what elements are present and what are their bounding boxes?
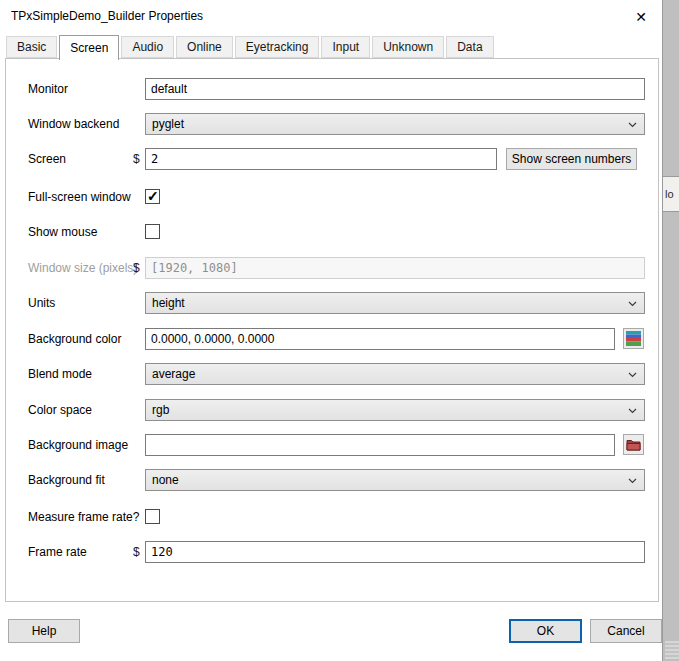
units-select[interactable]: height — [145, 292, 645, 314]
window-backend-select[interactable]: pyglet — [145, 113, 645, 135]
color-space-value: rgb — [152, 403, 169, 417]
blend-mode-value: average — [152, 367, 195, 381]
blend-mode-select[interactable]: average — [145, 363, 645, 385]
frame-rate-input[interactable] — [145, 541, 645, 563]
color-picker-button[interactable] — [623, 328, 644, 349]
color-space-label: Color space — [28, 403, 92, 417]
color-space-select[interactable]: rgb — [145, 399, 645, 421]
tab-screen[interactable]: Screen — [59, 35, 119, 60]
cancel-button[interactable]: Cancel — [590, 619, 662, 643]
tab-basic[interactable]: Basic — [6, 36, 57, 58]
chevron-down-icon — [628, 122, 637, 128]
window-size-input — [145, 257, 645, 279]
background-image-label: Background image — [28, 438, 128, 452]
frame-rate-label: Frame rate — [28, 545, 87, 559]
background-fit-label: Background fit — [28, 473, 105, 487]
chevron-down-icon — [628, 372, 637, 378]
chevron-down-icon — [628, 301, 637, 307]
screen-tab-panel: Monitor Window backend pyglet Screen $ S… — [5, 58, 659, 602]
ok-button[interactable]: OK — [509, 619, 582, 643]
color-picker-icon — [626, 331, 641, 346]
window-size-label: Window size (pixels) — [28, 261, 137, 275]
measure-frame-rate-label: Measure frame rate? — [28, 510, 139, 524]
background-window-fragment: lo — [663, 176, 679, 212]
measure-frame-rate-checkbox[interactable] — [145, 509, 160, 524]
browse-file-button[interactable] — [623, 434, 644, 455]
window-size-dollar-prefix: $ — [133, 261, 140, 275]
monitor-input[interactable] — [145, 78, 645, 100]
tab-input[interactable]: Input — [321, 36, 370, 58]
properties-dialog: TPxSimpleDemo_Builder Properties ✕ Basic… — [0, 0, 663, 661]
desktop-background — [663, 0, 679, 661]
fullscreen-checkbox[interactable] — [145, 189, 160, 204]
fullscreen-label: Full-screen window — [28, 190, 131, 204]
show-mouse-checkbox[interactable] — [145, 224, 160, 239]
close-icon[interactable]: ✕ — [629, 6, 653, 28]
window-backend-value: pyglet — [152, 117, 184, 131]
units-label: Units — [28, 296, 55, 310]
chevron-down-icon — [628, 408, 637, 414]
monitor-label: Monitor — [28, 82, 68, 96]
background-fit-select[interactable]: none — [145, 469, 645, 491]
screen-label: Screen — [28, 152, 66, 166]
background-image-input[interactable] — [145, 434, 615, 456]
chevron-down-icon — [628, 478, 637, 484]
show-screen-numbers-button[interactable]: Show screen numbers — [506, 148, 637, 170]
tab-audio[interactable]: Audio — [121, 36, 174, 58]
window-title: TPxSimpleDemo_Builder Properties — [11, 9, 203, 23]
show-mouse-label: Show mouse — [28, 225, 97, 239]
screen-dollar-prefix: $ — [133, 152, 140, 166]
tab-online[interactable]: Online — [176, 36, 233, 58]
screen-input[interactable] — [145, 148, 497, 170]
units-value: height — [152, 296, 185, 310]
background-window-fragment-2 — [665, 641, 679, 659]
background-color-input[interactable] — [145, 328, 615, 350]
frame-rate-dollar-prefix: $ — [133, 545, 140, 559]
tab-eyetracking[interactable]: Eyetracking — [235, 36, 320, 58]
title-bar: TPxSimpleDemo_Builder Properties ✕ — [0, 0, 662, 32]
tab-data[interactable]: Data — [446, 36, 493, 58]
tab-bar: Basic Screen Audio Online Eyetracking In… — [6, 35, 496, 60]
background-window-text: lo — [665, 188, 674, 200]
background-fit-value: none — [152, 473, 179, 487]
window-backend-label: Window backend — [28, 117, 119, 131]
help-button[interactable]: Help — [8, 619, 80, 643]
blend-mode-label: Blend mode — [28, 367, 92, 381]
tab-unknown[interactable]: Unknown — [372, 36, 444, 58]
folder-icon — [626, 438, 641, 451]
background-color-label: Background color — [28, 332, 121, 346]
